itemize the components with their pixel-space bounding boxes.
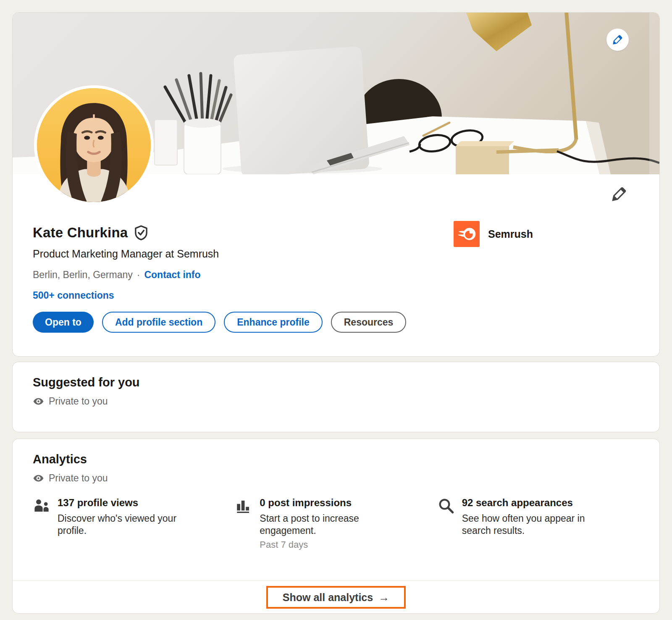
suggested-privacy-label: Private to you <box>49 396 108 407</box>
stat-note: Past 7 days <box>260 539 404 550</box>
separator-dot: · <box>137 269 140 280</box>
connections-link[interactable]: 500+ connections <box>33 290 114 301</box>
current-company[interactable]: Semrush <box>454 221 533 247</box>
analytics-privacy-label: Private to you <box>49 473 108 484</box>
profile-location: Berlin, Berlin, Germany <box>33 269 133 280</box>
post-impressions-stat[interactable]: 0 post impressions Start a post to incre… <box>235 497 437 550</box>
analytics-card: Analytics Private to you 137 profile vie… <box>13 439 659 613</box>
resources-button[interactable]: Resources <box>331 312 407 333</box>
edit-intro-button[interactable] <box>609 184 629 204</box>
profile-action-buttons: Open to Add profile section Enhance prof… <box>33 312 406 333</box>
suggested-title: Suggested for you <box>33 375 639 390</box>
suggested-for-you-card: Suggested for you Private to you <box>13 362 659 432</box>
stat-title: 0 post impressions <box>260 497 404 509</box>
open-to-button[interactable]: Open to <box>33 312 94 333</box>
pencil-icon <box>611 186 627 202</box>
company-name: Semrush <box>488 228 533 240</box>
search-icon <box>437 497 455 515</box>
add-profile-section-button[interactable]: Add profile section <box>102 312 215 333</box>
stat-title: 92 search appearances <box>462 497 607 509</box>
show-all-analytics-label: Show all analytics <box>283 590 373 604</box>
pencil-icon <box>612 34 623 45</box>
arrow-right-icon: → <box>378 590 389 604</box>
people-icon <box>33 497 50 515</box>
profile-name: Kate Churkina <box>33 225 128 241</box>
analytics-title: Analytics <box>33 452 639 467</box>
profile-headline: Product Marketing Manager at Semrush <box>33 247 406 260</box>
profile-photo[interactable] <box>34 85 154 205</box>
eye-icon <box>33 396 44 407</box>
stat-description: Start a post to increase engagement. <box>260 512 404 537</box>
stat-title: 137 profile views <box>58 497 202 509</box>
stat-description: Discover who's viewed your profile. <box>58 512 202 537</box>
contact-info-link[interactable]: Contact info <box>144 269 200 280</box>
profile-intro-card: Kate Churkina Product Marketing Manager … <box>13 13 659 356</box>
analytics-stats: 137 profile views Discover who's viewed … <box>33 497 639 550</box>
edit-cover-photo-button[interactable] <box>606 29 629 51</box>
bar-chart-icon <box>235 497 252 515</box>
show-all-analytics-button[interactable]: Show all analytics → <box>266 586 406 609</box>
profile-views-stat[interactable]: 137 profile views Discover who's viewed … <box>33 497 235 550</box>
search-appearances-stat[interactable]: 92 search appearances See how often you … <box>437 497 639 550</box>
linkedin-profile-page: Kate Churkina Product Marketing Manager … <box>0 0 672 620</box>
profile-intro: Kate Churkina Product Marketing Manager … <box>33 225 406 333</box>
stat-description: See how often you appear in search resul… <box>462 512 607 537</box>
profile-photo-illustration <box>37 88 151 202</box>
semrush-logo <box>454 221 480 247</box>
eye-icon <box>33 473 44 484</box>
enhance-profile-button[interactable]: Enhance profile <box>224 312 323 333</box>
analytics-footer: Show all analytics → <box>13 581 659 613</box>
verification-shield-icon[interactable] <box>134 225 148 240</box>
